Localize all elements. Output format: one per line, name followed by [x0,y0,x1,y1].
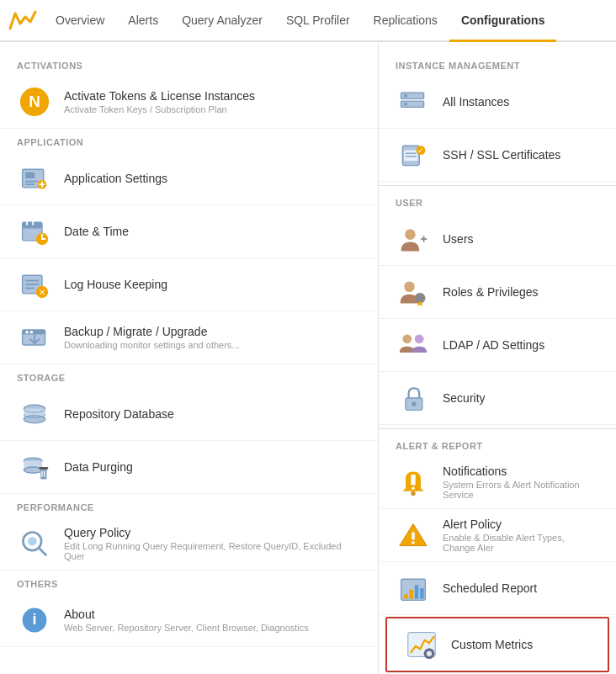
svg-rect-46 [404,103,407,106]
activate-tokens-subtitle: Activate Token Keys / Subscription Plan [64,104,255,114]
tab-configurations[interactable]: Configurations [449,0,557,42]
about-subtitle: Web Server, Repository Server, Client Br… [64,623,309,633]
svg-rect-78 [424,653,427,655]
svg-rect-79 [433,653,435,655]
data-purging-title: Data Purging [64,460,133,474]
svg-rect-71 [415,585,419,598]
svg-point-57 [415,293,426,304]
section-header-others: OTHERS [0,571,378,594]
svg-rect-69 [404,594,408,598]
left-panel: ACTIVATIONS N Activate Tokens & License … [0,42,379,674]
menu-item-scheduled-report[interactable]: Scheduled Report [379,562,616,615]
menu-item-about[interactable]: i About Web Server, Repository Server, C… [0,594,378,647]
alert-policy-subtitle: Enable & Disable Alert Types, Change Ale… [443,533,599,553]
backup-migrate-subtitle: Downloading monitor settings and others.… [64,340,240,350]
svg-point-67 [412,541,415,544]
menu-item-ssh-ssl[interactable]: ✓ SSH / SSL Certificates [379,129,616,182]
svg-point-58 [402,334,412,343]
svg-rect-4 [25,172,35,178]
svg-rect-63 [411,475,415,486]
security-title: Security [443,391,486,405]
menu-item-log-housekeeping[interactable]: ✕ Log House Keeping [0,258,378,311]
tab-replications[interactable]: Replications [362,0,449,42]
log-housekeeping-title: Log House Keeping [64,278,167,291]
repository-db-title: Repository Database [64,407,174,421]
menu-item-ldap-ad[interactable]: LDAP / AD Settings [379,319,616,372]
right-panel: INSTANCE MANAGEMENT All Instances [379,42,616,674]
svg-point-59 [415,334,424,343]
section-header-performance: PERFORMANCE [0,494,378,517]
menu-item-repository-db[interactable]: Repository Database [0,388,378,441]
ldap-ad-icon [396,327,431,363]
svg-line-39 [39,548,45,555]
svg-point-40 [28,537,37,546]
svg-point-25 [25,331,29,334]
top-navigation: Overview Alerts Query Analyzer SQL Profi… [0,0,616,42]
notifications-icon [396,464,431,500]
menu-item-activate-tokens[interactable]: N Activate Tokens & License Instances Ac… [0,76,378,129]
main-content: ACTIVATIONS N Activate Tokens & License … [0,42,616,674]
menu-item-users[interactable]: Users [379,213,616,266]
menu-item-roles-privileges[interactable]: Roles & Privileges [379,266,616,319]
svg-rect-66 [412,532,415,539]
scheduled-report-icon [396,571,431,606]
tab-query-analyzer[interactable]: Query Analyzer [170,0,274,42]
divider-instance-user [379,185,616,186]
tab-alerts[interactable]: Alerts [116,0,170,42]
svg-text:N: N [29,93,40,110]
repository-icon [17,396,52,432]
roles-privileges-icon [396,274,431,310]
alert-policy-icon [396,517,431,553]
svg-point-61 [412,402,416,406]
section-header-storage: STORAGE [0,364,378,388]
svg-rect-76 [428,649,430,651]
ssl-certificates-icon: ✓ [396,137,431,172]
svg-point-62 [411,491,415,496]
app-settings-title: Application Settings [64,172,167,185]
date-time-title: Date & Time [64,225,129,238]
menu-item-query-policy[interactable]: Query Policy Edit Long Running Query Req… [0,517,378,571]
menu-item-data-purging[interactable]: Data Purging [0,441,378,494]
backup-migrate-icon [17,320,52,355]
token-icon: N [17,84,52,119]
notifications-title: Notifications [443,464,599,478]
scheduled-report-title: Scheduled Report [443,581,537,595]
svg-point-64 [412,486,415,490]
svg-point-75 [427,651,432,656]
section-header-user: USER [379,189,616,213]
section-header-activations: ACTIVATIONS [0,52,378,76]
svg-point-26 [30,331,34,334]
about-title: About [64,608,309,621]
svg-point-53 [405,229,416,240]
svg-rect-77 [428,656,430,659]
divider-user-alert [379,428,616,429]
svg-rect-35 [39,467,48,470]
section-header-instance-management: INSTANCE MANAGEMENT [379,52,616,76]
about-icon: i [17,602,52,638]
section-header-alert-report: ALERT & REPORT [379,433,616,456]
query-policy-subtitle: Edit Long Running Query Requirement, Res… [64,541,361,561]
menu-item-notifications[interactable]: Notifications System Errors & Alert Noti… [379,456,616,509]
svg-text:i: i [32,611,36,628]
svg-rect-34 [40,469,46,480]
users-title: Users [443,232,474,246]
tab-sql-profiler[interactable]: SQL Profiler [274,0,362,42]
menu-item-all-instances[interactable]: All Instances [379,76,616,129]
section-header-application: APPLICATION [0,129,378,152]
menu-item-backup-migrate[interactable]: Backup / Migrate / Upgrade Downloading m… [0,311,378,364]
menu-item-security[interactable]: Security [379,372,616,425]
svg-text:✕: ✕ [39,288,45,297]
svg-text:✓: ✓ [417,146,424,155]
menu-item-date-time[interactable]: Date & Time [0,205,378,258]
menu-item-alert-policy[interactable]: Alert Policy Enable & Disable Alert Type… [379,509,616,562]
svg-rect-48 [404,151,417,162]
svg-point-56 [404,281,415,292]
ldap-ad-title: LDAP / AD Settings [443,338,544,352]
activate-tokens-title: Activate Tokens & License Instances [64,89,255,103]
security-icon [396,380,431,416]
tab-overview[interactable]: Overview [44,0,116,42]
log-housekeeping-icon: ✕ [17,267,52,302]
backup-migrate-title: Backup / Migrate / Upgrade [64,325,240,338]
menu-item-custom-metrics[interactable]: Custom Metrics [385,617,609,672]
menu-item-app-settings[interactable]: Application Settings [0,152,378,205]
